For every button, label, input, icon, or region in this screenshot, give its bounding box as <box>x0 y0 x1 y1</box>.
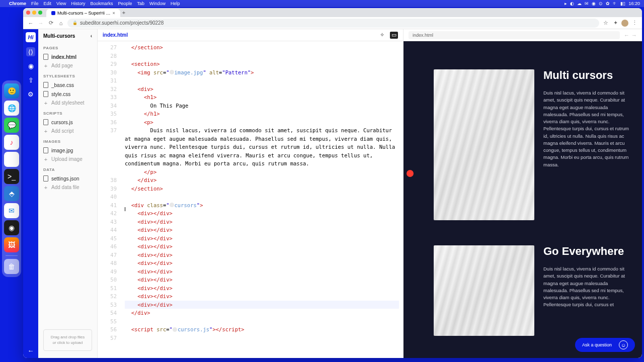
status-icon[interactable]: ✉ <box>585 1 589 6</box>
plus-icon: + <box>43 129 48 134</box>
nav-back-icon[interactable]: ← <box>27 20 34 27</box>
app-logo[interactable]: Hi <box>26 32 36 42</box>
file-icon <box>43 82 48 88</box>
nav-reload-icon[interactable]: ⟳ <box>47 20 54 27</box>
rail-code-icon[interactable]: ⟨⟩ <box>26 47 35 56</box>
sidebar-item-index[interactable]: index.html <box>38 52 97 61</box>
dock-figma[interactable]: ◉ <box>4 220 19 235</box>
sidebar-item-stylecss[interactable]: style.css <box>38 89 97 99</box>
menu-edit[interactable]: Edit <box>44 1 52 6</box>
preview-panel: index.html ← → Multi cursors Duis nisl l… <box>403 29 642 358</box>
dock-terminal[interactable]: >_ <box>4 169 19 184</box>
preview-heading: Go Everywhere <box>543 245 632 257</box>
file-icon <box>43 54 48 60</box>
menu-file[interactable]: File <box>31 1 39 6</box>
magic-wand-icon[interactable]: ✧ <box>378 32 386 39</box>
menu-bookmarks[interactable]: Bookmarks <box>90 1 113 6</box>
nav-forward-icon[interactable]: → <box>37 20 44 27</box>
dock-trash[interactable]: 🗑 <box>4 259 19 274</box>
section-pages: PAGES <box>38 42 97 52</box>
sidebar-item-imagejpg[interactable]: image.jpg <box>38 146 97 155</box>
status-icon[interactable]: ◉ <box>592 1 596 6</box>
nav-home-icon[interactable]: ⌂ <box>57 20 64 27</box>
status-icon[interactable]: ☁ <box>577 1 582 6</box>
add-page-button[interactable]: +Add page <box>38 61 97 70</box>
clock[interactable]: 16:20 <box>628 1 640 6</box>
browser-tabstrip: Multi-cursors – SuperHi … × + <box>23 8 642 17</box>
battery-icon[interactable]: ▮▯ <box>620 1 625 6</box>
star-icon[interactable]: ☆ <box>602 20 609 27</box>
menu-history[interactable]: History <box>71 1 85 6</box>
help-chat-button[interactable]: Ask a question ☺ <box>575 338 635 352</box>
menu-view[interactable]: View <box>56 1 66 6</box>
plus-icon: + <box>43 63 48 68</box>
preview-back-icon[interactable]: ← <box>624 32 629 38</box>
macos-dock: 🙂 🌐 💬 ♪ ✱ >_ ⬘ ✉ ◉ 🖼 🗑 <box>2 80 21 277</box>
section-stylesheets: STYLESHEETS <box>38 70 97 80</box>
tab-close-icon[interactable]: × <box>113 11 115 16</box>
code-content[interactable]: </section> <section> <img src="image.jpg… <box>121 41 403 358</box>
sidebar-item-basecss[interactable]: _base.css <box>38 80 97 89</box>
plus-icon: + <box>43 157 48 162</box>
new-tab-button[interactable]: + <box>122 10 125 16</box>
dock-finder[interactable]: 🙂 <box>4 83 19 99</box>
browser-tab[interactable]: Multi-cursors – SuperHi … × <box>46 9 120 17</box>
dock-mail[interactable]: ✉ <box>4 203 19 218</box>
menu-icon[interactable]: ⋮ <box>631 20 638 27</box>
editor-tab-index[interactable]: index.html <box>103 32 128 38</box>
window-close[interactable] <box>26 11 30 15</box>
dock-chrome[interactable]: 🌐 <box>4 101 19 116</box>
plus-icon: + <box>43 101 48 106</box>
tab-title: Multi-cursors – SuperHi … <box>57 11 111 16</box>
menu-tab[interactable]: Tab <box>137 1 144 6</box>
collapse-sidebar-icon[interactable]: ‹ <box>91 33 92 39</box>
url-bar[interactable]: 🔒 subeditor.superhi.com/projects/90228 <box>67 19 599 28</box>
add-stylesheet-button[interactable]: +Add stylesheet <box>38 99 97 107</box>
upload-image-button[interactable]: +Upload image <box>38 155 97 163</box>
window-minimize[interactable] <box>32 11 36 15</box>
status-icon[interactable]: ✿ <box>606 1 610 6</box>
menu-window[interactable]: Window <box>149 1 166 6</box>
preview-url-bar[interactable]: index.html <box>409 31 620 39</box>
preview-forward-icon[interactable]: → <box>631 32 637 38</box>
editor-panel: index.html ✧ ▭ 2728293031323334353637383… <box>98 29 403 358</box>
layout-toggle-icon[interactable]: ▭ <box>390 32 398 39</box>
dock-slack[interactable]: ✱ <box>4 152 19 167</box>
rail-share-icon[interactable]: ⇧ <box>26 75 35 84</box>
rail-settings-icon[interactable]: ⚙ <box>26 89 35 99</box>
plus-icon: + <box>43 185 48 190</box>
dock-preview[interactable]: 🖼 <box>4 237 19 252</box>
menu-people[interactable]: People <box>118 1 132 6</box>
dock-music[interactable]: ♪ <box>4 135 19 150</box>
add-script-button[interactable]: +Add script <box>38 127 97 135</box>
file-icon <box>43 119 48 125</box>
wifi-icon[interactable]: ᯤ <box>613 1 617 6</box>
add-data-file-button[interactable]: +Add data file <box>38 183 97 192</box>
file-dropzone[interactable]: Drag and drop files or click to upload <box>43 329 92 351</box>
preview-image <box>434 69 534 220</box>
status-icon[interactable]: ◐ <box>570 1 574 6</box>
dock-messages[interactable]: 💬 <box>4 118 19 133</box>
preview-iframe[interactable]: Multi cursors Duis nisl lacus, viverra i… <box>404 41 642 358</box>
sidebar-item-cursorsjs[interactable]: cursors.js <box>38 118 97 127</box>
rail-back-icon[interactable]: ← <box>26 346 35 355</box>
url-text: subeditor.superhi.com/projects/90228 <box>80 20 164 26</box>
app-name[interactable]: Chrome <box>9 1 26 6</box>
sidebar-item-settingsjson[interactable]: settings.json <box>38 174 97 183</box>
code-editor[interactable]: 2728293031323334353637383940414243444546… <box>98 41 403 358</box>
section-scripts: SCRIPTS <box>38 107 97 118</box>
status-icon[interactable]: ▸ <box>565 1 567 6</box>
profile-avatar[interactable] <box>621 20 628 27</box>
project-name: Multi-cursors <box>43 33 75 39</box>
file-icon <box>43 147 48 153</box>
preview-paragraph: Duis nisl lacus, viverra id commodo sit … <box>543 265 632 309</box>
window-zoom[interactable] <box>38 11 42 15</box>
dock-vscode[interactable]: ⬘ <box>4 186 19 201</box>
rail-preview-icon[interactable]: ◉ <box>26 61 35 70</box>
status-icon[interactable]: ⊙ <box>599 1 603 6</box>
extensions-icon[interactable]: ✦ <box>612 20 619 27</box>
section-data: DATA <box>38 163 97 174</box>
lock-icon: 🔒 <box>72 21 77 25</box>
menu-help[interactable]: Help <box>171 1 180 6</box>
browser-window: Multi-cursors – SuperHi … × + ← → ⟳ ⌂ 🔒 … <box>23 8 642 358</box>
